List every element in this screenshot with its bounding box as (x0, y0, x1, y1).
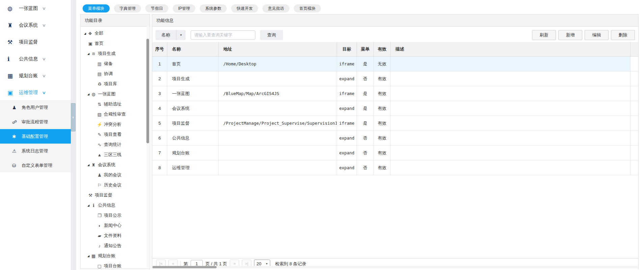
sidebar-scroll-track (71, 0, 76, 270)
tree-node[interactable]: ♻ 项目库 (81, 79, 150, 89)
module-tab[interactable]: 首页模块 (294, 4, 321, 12)
cell-target: iframe (337, 116, 357, 130)
horizontal-scrollbar-thumb[interactable] (152, 266, 217, 268)
table-row[interactable]: 6 公共信息 expand 否 有效 (152, 131, 638, 146)
tree-node[interactable]: ◢ ⧈ 项目生成 (81, 49, 150, 59)
warning-icon: ⚠ (12, 148, 22, 154)
table-row[interactable]: 2 项目生成 expand 否 有效 (152, 71, 638, 86)
sidebar-item[interactable]: ℹ 公共信息 ∨ (0, 51, 71, 67)
expand-arrow-icon[interactable]: ◢ (87, 163, 89, 167)
dropdown-caret-icon[interactable]: ▾ (176, 30, 186, 40)
globe-icon: ◍ (7, 5, 19, 12)
monitor-icon: ▣ (87, 41, 93, 46)
tree-node[interactable]: ◢ ◍ 一张蓝图 (81, 89, 150, 99)
tree-node[interactable]: ♪ 通知公告 (81, 241, 150, 251)
cell-desc (391, 71, 631, 86)
expand-arrow-icon[interactable]: ◢ (87, 204, 89, 207)
action-button[interactable]: 编辑 (585, 30, 609, 40)
expand-arrow-icon[interactable]: ◢ (87, 254, 89, 258)
col-header-valid: 有效 (374, 42, 391, 56)
cell-valid: 有效 (374, 71, 391, 86)
sidebar-item[interactable]: ♜ 会议系统 ∨ (0, 17, 71, 34)
module-tab[interactable]: 菜单模块 (83, 4, 110, 12)
module-tab[interactable]: IP管理 (173, 4, 195, 12)
tree-node[interactable]: ▤ 协调 (81, 69, 150, 79)
tree-node[interactable]: ⇅ 辅助选址 (81, 99, 150, 109)
sidebar-item[interactable]: ▦ 规划台账 ∨ (0, 67, 71, 84)
expand-arrow-icon[interactable]: ◢ (87, 93, 89, 96)
table-row[interactable]: 1 首页 /Home/Desktop iframe 是 无效 (152, 57, 638, 71)
tree-node[interactable]: ◢ ♜ 会议系统 (81, 160, 150, 170)
chevron-down-icon: ∨ (42, 23, 46, 28)
tree-scrollbar-thumb[interactable] (146, 39, 149, 143)
stats-icon: ∿ (96, 142, 103, 147)
conflict-icon: ⚡ (96, 122, 103, 127)
sidebar-subitem[interactable]: ⚠ 系统日志管理 (0, 144, 71, 158)
expand-arrow-icon[interactable]: ◢ (84, 32, 86, 35)
search-field-label[interactable]: 名称 (156, 30, 176, 40)
module-tab[interactable]: 快速开发 (231, 4, 258, 12)
table-row[interactable]: 4 会议系统 expand 是 有效 (152, 101, 638, 116)
sidebar-item[interactable]: ⚒ 项目监督 (0, 34, 71, 51)
query-button[interactable]: 查询 (260, 30, 283, 40)
module-tab[interactable]: 意见批语 (262, 4, 289, 12)
tree-node[interactable]: ♟ 我的会议 (81, 170, 150, 180)
tree-node-label: 项目库 (104, 81, 117, 87)
cell-target: iframe (337, 86, 357, 101)
cell-valid: 有效 (374, 146, 391, 160)
horizontal-scrollbar[interactable] (152, 266, 638, 268)
cell-name: 项目生成 (167, 71, 219, 86)
ledger-icon: ▦ (7, 72, 19, 80)
sidebar-subitem[interactable]: ⛁ 自定义表单管理 (0, 158, 71, 173)
sidebar-submenu: ♟ 角色用户管理 ☍ 审批流程管理 ✱ 基础配置管理 ⚠ 系统日志管理 ⛁ 自定… (0, 100, 71, 172)
cell-spacer (631, 146, 638, 160)
tree-node[interactable]: ▧ 合规性审查 (81, 109, 150, 119)
tree-node[interactable]: ⚒ 项目监督 (81, 190, 150, 200)
action-button[interactable]: 刷新 (532, 30, 556, 40)
tree-node-label: 项目生成 (98, 51, 115, 57)
tree-node[interactable]: ▰ 文件资料 (81, 231, 150, 241)
cell-menu: 是 (357, 57, 374, 71)
sidebar-subitem[interactable]: ✱ 基础配置管理 (0, 129, 71, 144)
tree-node-label: 会议系统 (98, 162, 115, 168)
tree-node[interactable]: ▢ 项目台账 (81, 261, 150, 269)
sidebar-item[interactable]: ▣ 运维管理 ∨ (0, 84, 71, 101)
user-icon: ♟ (96, 173, 103, 178)
sidebar-item-label: 项目监督 (19, 39, 38, 45)
briefcase-icon: ▥ (96, 61, 103, 66)
table-row[interactable]: 7 规划台账 expand 否 有效 (152, 146, 638, 160)
tree-node[interactable]: ▲ 三区三线 (81, 150, 150, 160)
tree-node[interactable]: ◢ ❖ 全部 (81, 28, 150, 38)
table-row[interactable]: 5 项目监督 /ProjectManage/Project_Supervise/… (152, 116, 638, 131)
tree-node[interactable]: ∿ 查询统计 (81, 140, 150, 150)
crud-actions: 刷新 新增 编辑 删除 (532, 30, 635, 40)
table-row[interactable]: 3 一张蓝图 /BlueMap/Map/ArcGIS4JS iframe 是 有… (152, 86, 638, 101)
module-tabs: 菜单模块 字典管理 节假日 IP管理 系统参数 快速开发 意见批语 首页模块 (83, 4, 321, 12)
search-field-dropdown[interactable]: 名称 ▾ (156, 30, 186, 40)
sidebar-collapse-handle[interactable]: ‹ (71, 103, 76, 131)
cell-no: 1 (152, 57, 167, 71)
tree-node[interactable]: ◗ 新闻中心 (81, 220, 150, 231)
cell-menu: 是 (357, 86, 374, 101)
tree-scrollbar[interactable] (146, 26, 149, 268)
table-row[interactable]: 8 运维管理 expand 否 有效 (152, 160, 638, 175)
action-button[interactable]: 删除 (611, 30, 635, 40)
tree-node[interactable]: ◢ ▦ 规划台账 (81, 251, 150, 261)
module-tab[interactable]: 节假日 (145, 4, 168, 12)
tree-node[interactable]: ❐ 项目公示 (81, 210, 150, 220)
tree-node[interactable]: ▥ 储备 (81, 59, 150, 69)
sidebar-subitem[interactable]: ♟ 角色用户管理 (0, 100, 71, 115)
sidebar-subitem[interactable]: ☍ 审批流程管理 (0, 115, 71, 129)
tree-node[interactable]: ✎ 项目查看 (81, 129, 150, 140)
cell-valid: 有效 (374, 131, 391, 145)
tree-node[interactable]: ⚡ 冲突分析 (81, 119, 150, 129)
sidebar-item[interactable]: ◍ 一张蓝图 ∨ (0, 0, 71, 17)
module-tab[interactable]: 系统参数 (200, 4, 227, 12)
module-tab[interactable]: 字典管理 (114, 4, 141, 12)
tree-node[interactable]: ▣ 首页 (81, 38, 150, 49)
expand-arrow-icon[interactable]: ◢ (87, 52, 89, 55)
action-button[interactable]: 新增 (558, 30, 582, 40)
tree-node[interactable]: ◢ ℹ 公共信息 (81, 200, 150, 210)
tree-node[interactable]: ⚐ 历史会议 (81, 180, 150, 190)
search-input[interactable] (191, 30, 255, 40)
